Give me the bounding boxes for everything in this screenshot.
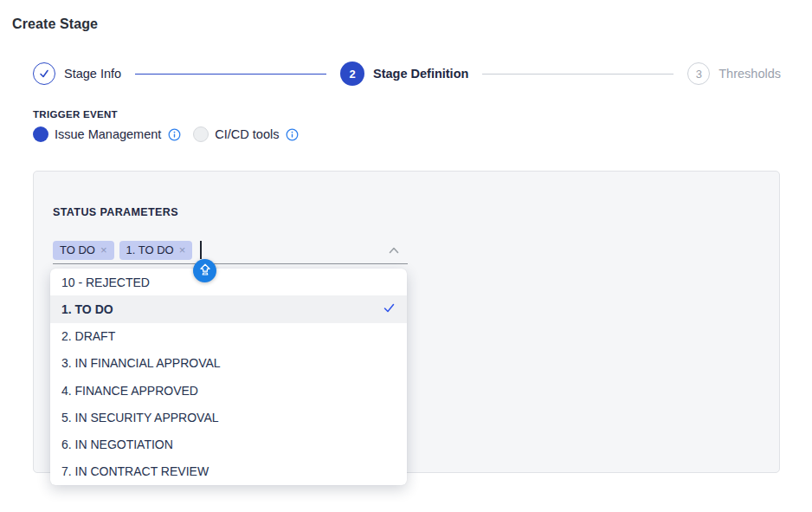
stepper-connector <box>482 74 673 75</box>
stepper-connector <box>135 74 326 75</box>
status-parameters-multiselect[interactable]: TO DO × 1. TO DO × <box>53 237 408 264</box>
tag-label: 1. TO DO <box>126 243 174 256</box>
remove-tag-icon[interactable]: × <box>100 244 107 256</box>
info-icon[interactable] <box>168 128 181 141</box>
step-label: Stage Definition <box>373 67 468 81</box>
info-icon[interactable] <box>286 128 299 141</box>
dropdown-option[interactable]: 2. DRAFT <box>50 323 407 350</box>
chevron-up-icon[interactable] <box>387 243 401 261</box>
trigger-event-options: Issue Management CI/CD tools <box>33 126 299 142</box>
dropdown-option-selected[interactable]: 1. TO DO <box>50 295 407 322</box>
option-label: 2. DRAFT <box>61 329 115 343</box>
wizard-stepper: Stage Info 2 Stage Definition 3 Threshol… <box>33 61 781 87</box>
dropdown-option[interactable]: 4. FINANCE APPROVED <box>50 377 407 404</box>
arrow-up-icon <box>198 262 212 280</box>
step-stage-definition[interactable]: 2 Stage Definition <box>340 62 468 86</box>
dropdown-option[interactable]: 10 - REJECTED <box>50 269 407 295</box>
dropdown-option[interactable]: 6. IN NEGOTIATION <box>50 431 407 458</box>
check-icon <box>383 301 396 317</box>
option-label: 7. IN CONTRACT REVIEW <box>61 464 209 478</box>
radio-issue-management[interactable]: Issue Management <box>33 126 181 142</box>
dropdown-option[interactable]: 5. IN SECURITY APPROVAL <box>50 404 407 431</box>
trigger-event-label: TRIGGER EVENT <box>33 109 118 120</box>
option-label: 3. IN FINANCIAL APPROVAL <box>61 356 221 370</box>
step-complete-check-icon <box>33 62 55 85</box>
tag-label: TO DO <box>60 243 95 256</box>
step-label: Thresholds <box>719 67 781 81</box>
step-thresholds[interactable]: 3 Thresholds <box>687 62 781 85</box>
radio-unselected-icon[interactable] <box>193 126 209 142</box>
selected-tag[interactable]: TO DO × <box>53 241 114 260</box>
option-label: 5. IN SECURITY APPROVAL <box>61 411 219 425</box>
step-stage-info[interactable]: Stage Info <box>33 62 121 85</box>
step-number-badge: 2 <box>340 62 364 86</box>
option-label: 1. TO DO <box>61 302 113 316</box>
radio-label: Issue Management <box>55 127 161 141</box>
option-label: 10 - REJECTED <box>61 275 150 289</box>
dropdown-option[interactable]: 3. IN FINANCIAL APPROVAL <box>50 350 407 377</box>
step-number-badge: 3 <box>687 62 710 85</box>
radio-label: CI/CD tools <box>215 127 279 141</box>
pointer-badge <box>193 259 216 282</box>
radio-cicd-tools[interactable]: CI/CD tools <box>193 126 299 142</box>
selected-tag[interactable]: 1. TO DO × <box>119 241 193 260</box>
text-cursor <box>200 241 202 259</box>
remove-tag-icon[interactable]: × <box>179 244 186 256</box>
step-label: Stage Info <box>64 67 121 81</box>
option-label: 4. FINANCE APPROVED <box>61 384 198 398</box>
radio-selected-icon[interactable] <box>33 126 48 142</box>
page-title: Create Stage <box>12 16 98 32</box>
dropdown-option[interactable]: 7. IN CONTRACT REVIEW <box>50 458 407 485</box>
status-parameters-label: STATUS PARAMETERS <box>53 206 178 218</box>
option-label: 6. IN NEGOTIATION <box>61 437 173 451</box>
status-dropdown: 10 - REJECTED 1. TO DO 2. DRAFT 3. IN FI… <box>50 269 407 485</box>
